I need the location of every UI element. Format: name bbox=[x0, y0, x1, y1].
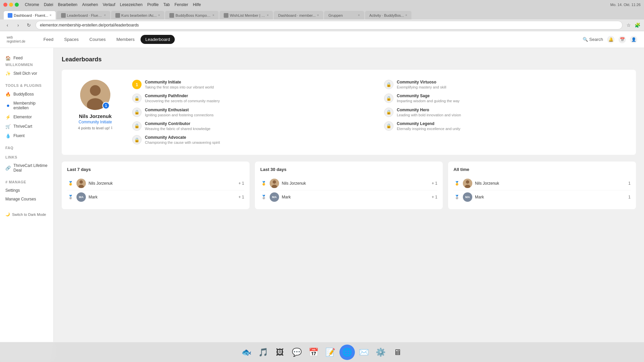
lb-table-7days: Last 7 days 🥇 Nils Jorzenuk + 1 bbox=[62, 162, 250, 209]
menu-hilfe[interactable]: Hilfe bbox=[193, 2, 201, 7]
rank-item-hero: 🔒 Community Hero Leading with bold innov… bbox=[384, 108, 626, 117]
nav-feed[interactable]: Feed bbox=[39, 35, 58, 44]
rank-desc-contributor: Weaving the fabric of shared knowledge bbox=[145, 126, 374, 131]
sidebar-item-fluent[interactable]: 💧 Fluent bbox=[0, 131, 53, 140]
dock-terminal[interactable]: 🖥 bbox=[390, 345, 405, 360]
nav-leaderboard[interactable]: Leaderboard bbox=[141, 35, 175, 44]
profile-rank[interactable]: Community Initiate bbox=[78, 120, 112, 124]
menu-lesezeichen[interactable]: Lesezeichen bbox=[120, 2, 142, 7]
dock-calendar[interactable]: 📅 bbox=[306, 345, 321, 360]
tab-close[interactable]: × bbox=[50, 13, 52, 17]
rank-icon-initiate: 1 bbox=[132, 80, 142, 89]
sidebar-item-feed[interactable]: 🏠 Feed bbox=[0, 53, 53, 63]
tab-wishlist[interactable]: WishList Member | S... × bbox=[219, 11, 273, 19]
section-title-manage: # Manage bbox=[0, 180, 53, 184]
menu-chrome[interactable]: Chrome bbox=[25, 2, 39, 7]
sidebar-item-buddyboss[interactable]: 🔥 BuddyBoss bbox=[0, 89, 53, 99]
rank-item-contributor: 🔒 Community Contributor Weaving the fabr… bbox=[132, 121, 374, 131]
nav-spaces[interactable]: Spaces bbox=[59, 35, 83, 44]
tab-gruppen[interactable]: Gruppen × bbox=[324, 11, 364, 19]
sidebar-item-thrivecart-deal[interactable]: 🔗 ThriveCart Lifetime Deal bbox=[0, 161, 53, 175]
leaderboard-card: 1 Nils Jorzenuk Community Initiate 4 poi… bbox=[62, 70, 636, 155]
dock-notes[interactable]: 📝 bbox=[323, 345, 338, 360]
rank-item-enthusiast: 🔒 Community Enthusiast Igniting passion … bbox=[132, 108, 374, 117]
dock-photos[interactable]: 🖼 bbox=[272, 345, 288, 360]
rank-name-contributor: Community Contributor bbox=[145, 121, 374, 126]
dock-music[interactable]: 🎵 bbox=[256, 345, 271, 360]
browser-menu: Chrome Datei Bearbeiten Ansehen Verlauf … bbox=[25, 2, 201, 7]
tab-title: Dashboard · Fluent... bbox=[14, 13, 48, 17]
extension-icon[interactable]: 🧩 bbox=[634, 22, 641, 28]
search-icon: 🔍 bbox=[583, 37, 588, 42]
minimize-dot[interactable] bbox=[9, 3, 13, 7]
forward-button[interactable]: › bbox=[14, 21, 22, 29]
menu-bearbeiten[interactable]: Bearbeiten bbox=[58, 2, 77, 7]
tab-close-6[interactable]: × bbox=[317, 13, 319, 17]
menu-profile[interactable]: Profile bbox=[147, 2, 159, 7]
sidebar-item-stell[interactable]: ✨ Stell Dich vor bbox=[0, 69, 53, 78]
tab-close-4[interactable]: × bbox=[212, 13, 214, 17]
back-button[interactable]: ‹ bbox=[3, 21, 11, 29]
sidebar-section-tools: Tools & Plugins 🔥 BuddyBoss ● Membership… bbox=[0, 83, 53, 140]
notifications-icon[interactable]: 🔔 bbox=[607, 36, 614, 43]
dark-mode-label: Switch to Dark Mode bbox=[12, 213, 46, 217]
tab-dashboard[interactable]: Dashboard · member... × bbox=[274, 11, 323, 19]
nav-courses[interactable]: Courses bbox=[85, 35, 110, 44]
svg-point-7 bbox=[273, 180, 276, 184]
close-dot[interactable] bbox=[3, 3, 7, 7]
tab-kurs[interactable]: Kurs bearbeiten /Ac... × bbox=[111, 11, 165, 19]
main-navigation: Feed Spaces Courses Members Leaderboard bbox=[39, 35, 583, 44]
sidebar-item-elementor[interactable]: ⚡ Elementor bbox=[0, 112, 53, 122]
sparkle-icon: ✨ bbox=[5, 71, 11, 76]
address-bar[interactable] bbox=[36, 21, 623, 29]
menu-ansehen[interactable]: Ansehen bbox=[82, 2, 98, 7]
calendar-icon[interactable]: 📅 bbox=[619, 36, 626, 43]
refresh-button[interactable]: ↻ bbox=[25, 21, 33, 29]
sidebar-item-thrivecart[interactable]: 🛒 ThriveCart bbox=[0, 122, 53, 131]
user-icon[interactable]: 👤 bbox=[630, 36, 637, 43]
dock-settings[interactable]: ⚙️ bbox=[373, 345, 388, 360]
rank-desc-enthusiast: Igniting passion and fostering connectio… bbox=[145, 113, 374, 117]
menu-datei[interactable]: Datei bbox=[44, 2, 53, 7]
sidebar-feed-label: Feed bbox=[13, 56, 48, 60]
date-time: Mo. 14. Okt. 11:26 bbox=[610, 3, 641, 7]
browser-titlebar: Chrome Datei Bearbeiten Ansehen Verlauf … bbox=[0, 0, 644, 9]
profile-name: Nils Jorzenuk bbox=[79, 113, 112, 119]
sidebar-item-settings[interactable]: Settings bbox=[0, 186, 53, 195]
rank-name-pathfinder: Community Pathfinder bbox=[145, 94, 374, 98]
tab-activity[interactable]: Activity · BuddyBos... × bbox=[365, 11, 412, 19]
nav-members[interactable]: Members bbox=[112, 35, 139, 44]
tab-close-5[interactable]: × bbox=[267, 13, 269, 17]
lb-avatar-30d-1 bbox=[270, 179, 279, 188]
dark-mode-toggle[interactable]: 🌙 Switch to Dark Mode bbox=[0, 209, 53, 220]
lb-title-alltime: All time bbox=[453, 167, 631, 172]
menu-verlauf[interactable]: Verlauf bbox=[103, 2, 115, 7]
dock-mail[interactable]: ✉️ bbox=[356, 345, 372, 360]
dock-finder[interactable]: 🐟 bbox=[239, 345, 254, 360]
search-button[interactable]: 🔍 Search bbox=[583, 37, 603, 42]
tab-close-2[interactable]: × bbox=[104, 13, 106, 17]
lb-points-at-2: 1 bbox=[628, 195, 631, 199]
rank-number-initiate: 1 bbox=[136, 82, 138, 87]
tab-buddyboss[interactable]: BuddyBoss Kompon... × bbox=[165, 11, 219, 19]
lb-table-alltime: All time 🥇 Nils Jorzenuk 1 bbox=[448, 162, 636, 209]
maximize-dot[interactable] bbox=[15, 3, 19, 7]
nav-right: 🔍 Search 🔔 📅 👤 bbox=[583, 36, 637, 43]
lb-title-7days: Last 7 days bbox=[67, 167, 244, 172]
tab-close-8[interactable]: × bbox=[405, 13, 407, 17]
tab-active[interactable]: Dashboard · Fluent... × bbox=[3, 11, 56, 19]
sidebar-item-manage-courses[interactable]: Manage Courses bbox=[0, 195, 53, 203]
info-icon[interactable]: ℹ bbox=[111, 126, 112, 130]
dock-chrome[interactable]: 🌐 bbox=[339, 345, 355, 360]
dock-messages[interactable]: 💬 bbox=[289, 345, 305, 360]
rank-desc-sage: Imparting wisdom and guiding the way bbox=[397, 99, 626, 103]
lb-row-30d-2: 🥈 MA Mark + 1 bbox=[260, 190, 437, 204]
tab-close-7[interactable]: × bbox=[358, 13, 360, 17]
sidebar-item-membership[interactable]: ● Membership erstellen bbox=[0, 99, 53, 112]
leaderboard-tables: Last 7 days 🥇 Nils Jorzenuk + 1 bbox=[62, 162, 636, 209]
bookmark-icon[interactable]: ☆ bbox=[625, 22, 632, 28]
menu-tab[interactable]: Tab bbox=[163, 2, 170, 7]
menu-fenster[interactable]: Fenster bbox=[174, 2, 188, 7]
tab-leaderboard[interactable]: Leaderboard · Fluent... × bbox=[57, 11, 110, 19]
tab-close-3[interactable]: × bbox=[158, 13, 160, 17]
